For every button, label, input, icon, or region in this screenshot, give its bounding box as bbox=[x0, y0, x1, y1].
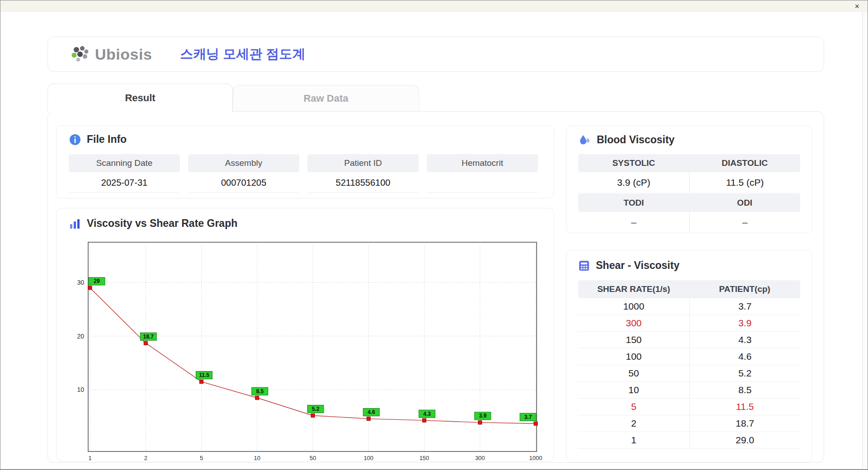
table-row: 10003.7 bbox=[578, 298, 800, 315]
diastolic-value: 11.5 (cP) bbox=[689, 172, 801, 193]
svg-text:5.2: 5.2 bbox=[312, 406, 320, 412]
shear-rate-cell: 100 bbox=[578, 348, 689, 365]
todi-label: TODI bbox=[578, 194, 689, 212]
table-row: 218.7 bbox=[578, 415, 800, 432]
shear-rate-cell: 10 bbox=[578, 382, 689, 398]
systolic-value: 3.9 (cP) bbox=[578, 172, 689, 193]
svg-text:50: 50 bbox=[310, 455, 316, 461]
blood-viscosity-card: Blood Viscosity SYSTOLIC DIASTOLIC 3.9 (… bbox=[566, 126, 812, 233]
header-card: Ubiosis 스캐닝 모세관 점도계 bbox=[47, 37, 824, 72]
shear-rate-column-header: SHEAR RATE(1/s) bbox=[578, 280, 689, 298]
shear-table-body: 10003.73003.91504.31004.6505.2108.5511.5… bbox=[578, 298, 800, 449]
field-label: Hematocrit bbox=[427, 154, 538, 172]
content-panel: File Info Scanning Date 2025-07-31 Assem… bbox=[47, 111, 824, 463]
field-scanning-date: Scanning Date 2025-07-31 bbox=[69, 154, 180, 193]
svg-text:5: 5 bbox=[200, 455, 203, 461]
file-info-card: File Info Scanning Date 2025-07-31 Assem… bbox=[56, 126, 554, 198]
field-label: Scanning Date bbox=[69, 154, 180, 172]
patient-cell: 18.7 bbox=[689, 415, 801, 432]
field-value: 000701205 bbox=[188, 172, 299, 193]
svg-text:100: 100 bbox=[363, 455, 373, 461]
shear-viscosity-card: Shear - Viscosity SHEAR RATE(1/s) PATIEN… bbox=[566, 250, 812, 462]
field-value bbox=[427, 172, 538, 193]
patient-cell: 3.7 bbox=[689, 298, 801, 315]
odi-label: ODI bbox=[689, 194, 801, 212]
field-assembly: Assembly 000701205 bbox=[188, 154, 299, 193]
table-row: 3003.9 bbox=[578, 315, 800, 332]
graph-title: Viscosity vs Shear Rate Graph bbox=[87, 217, 237, 230]
shear-rate-cell: 150 bbox=[578, 332, 689, 348]
shear-rate-cell: 5 bbox=[578, 399, 689, 415]
blood-viscosity-title: Blood Viscosity bbox=[597, 134, 675, 146]
table-header: SHEAR RATE(1/s) PATIENT(cp) bbox=[578, 280, 800, 298]
graph-card: Viscosity vs Shear Rate Graph 1020301251… bbox=[56, 208, 554, 461]
info-icon bbox=[69, 134, 81, 146]
field-label: Patient ID bbox=[307, 154, 419, 172]
shear-rate-cell: 1 bbox=[578, 432, 689, 448]
patient-cell: 3.9 bbox=[689, 315, 801, 331]
droplet-icon bbox=[578, 133, 591, 146]
svg-text:18.7: 18.7 bbox=[143, 334, 154, 340]
shear-rate-cell: 2 bbox=[578, 415, 689, 432]
field-value: 2025-07-31 bbox=[69, 172, 180, 193]
svg-text:150: 150 bbox=[420, 455, 429, 461]
patient-cell: 5.2 bbox=[689, 365, 801, 381]
svg-text:3.7: 3.7 bbox=[524, 414, 532, 420]
page-title: 스캐닝 모세관 점도계 bbox=[180, 45, 305, 63]
patient-cell: 4.6 bbox=[689, 348, 801, 365]
svg-text:20: 20 bbox=[77, 333, 84, 340]
window-titlebar: × bbox=[0, 0, 868, 12]
patient-cell: 4.3 bbox=[689, 332, 801, 348]
tab-result[interactable]: Result bbox=[47, 84, 233, 112]
scrollbar[interactable] bbox=[862, 12, 867, 468]
patient-cell: 8.5 bbox=[689, 382, 801, 398]
tab-raw-data[interactable]: Raw Data bbox=[233, 85, 419, 112]
odi-value: – bbox=[689, 212, 801, 233]
table-row: 1004.6 bbox=[578, 348, 800, 365]
viscosity-chart: 102030125105010015030010002918.711.58.55… bbox=[61, 235, 549, 463]
field-value: 52118556100 bbox=[307, 172, 419, 193]
shear-rate-cell: 1000 bbox=[578, 298, 689, 315]
blood-viscosity-table: SYSTOLIC DIASTOLIC 3.9 (cP) 11.5 (cP) TO… bbox=[578, 154, 800, 233]
svg-text:29: 29 bbox=[94, 278, 100, 284]
calculator-icon bbox=[578, 260, 590, 272]
shear-rate-cell: 50 bbox=[578, 365, 689, 381]
svg-text:8.5: 8.5 bbox=[256, 388, 264, 395]
patient-cell: 11.5 bbox=[689, 399, 801, 415]
shear-viscosity-table: SHEAR RATE(1/s) PATIENT(cp) 10003.73003.… bbox=[578, 280, 800, 449]
svg-text:300: 300 bbox=[475, 455, 485, 461]
ubiosis-logo-icon bbox=[70, 45, 90, 63]
svg-text:1: 1 bbox=[88, 455, 91, 461]
app-window: × Ubiosis 스캐닝 모세관 점도계 Result Raw Data bbox=[0, 0, 868, 470]
shear-rate-cell: 300 bbox=[578, 315, 689, 331]
systolic-label: SYSTOLIC bbox=[578, 154, 689, 172]
svg-text:4.6: 4.6 bbox=[368, 409, 375, 415]
table-row: 108.5 bbox=[578, 382, 800, 399]
table-row: 511.5 bbox=[578, 399, 800, 415]
patient-column-header: PATIENT(cp) bbox=[689, 280, 801, 298]
field-patient-id: Patient ID 52118556100 bbox=[307, 154, 419, 193]
table-row: 129.0 bbox=[578, 432, 800, 449]
field-hematocrit: Hematocrit bbox=[427, 154, 538, 193]
diastolic-label: DIASTOLIC bbox=[689, 154, 801, 172]
table-row: 505.2 bbox=[578, 365, 800, 382]
shear-viscosity-title: Shear - Viscosity bbox=[596, 259, 679, 272]
patient-cell: 29.0 bbox=[689, 432, 801, 448]
svg-text:2: 2 bbox=[144, 455, 147, 461]
window-close-button[interactable]: × bbox=[854, 1, 859, 11]
svg-text:4.3: 4.3 bbox=[423, 411, 431, 417]
svg-text:3.9: 3.9 bbox=[479, 413, 486, 419]
svg-text:1000: 1000 bbox=[529, 455, 542, 461]
table-row: 1504.3 bbox=[578, 332, 800, 348]
bar-chart-icon bbox=[69, 218, 81, 230]
svg-text:11.5: 11.5 bbox=[199, 372, 209, 378]
svg-text:30: 30 bbox=[77, 279, 84, 286]
todi-value: – bbox=[578, 212, 689, 233]
ubiosis-logo: Ubiosis bbox=[70, 45, 152, 63]
svg-text:10: 10 bbox=[77, 386, 84, 393]
file-info-title: File Info bbox=[87, 133, 127, 146]
svg-text:10: 10 bbox=[254, 455, 260, 461]
brand-name: Ubiosis bbox=[95, 46, 152, 63]
field-label: Assembly bbox=[188, 154, 299, 172]
